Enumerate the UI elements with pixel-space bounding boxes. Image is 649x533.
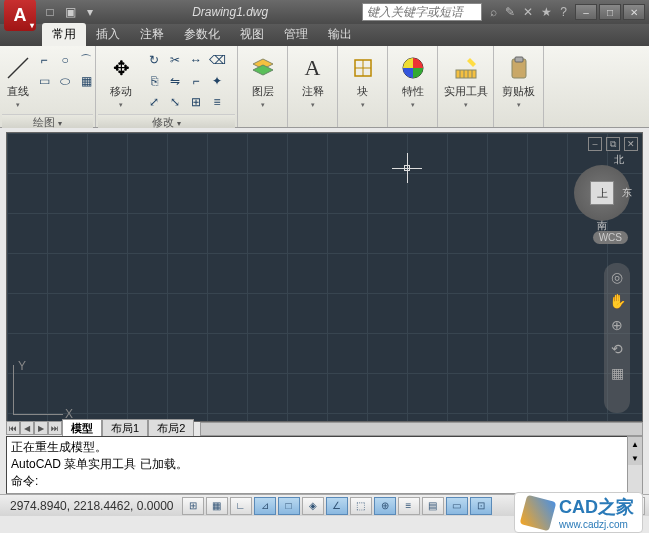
polar-toggle[interactable]: ⊿ bbox=[254, 497, 276, 515]
qat-save-icon[interactable]: ▾ bbox=[82, 4, 98, 20]
svg-rect-3 bbox=[456, 70, 476, 78]
rectangle-icon[interactable]: ▭ bbox=[34, 71, 54, 91]
help-search-input[interactable] bbox=[362, 3, 482, 21]
rotate-icon[interactable]: ↻ bbox=[144, 50, 164, 70]
properties-button[interactable]: 特性 bbox=[392, 50, 433, 112]
fillet-icon[interactable]: ⌐ bbox=[186, 71, 206, 91]
svg-rect-5 bbox=[515, 57, 523, 62]
watermark: CAD之家 www.cadzj.com bbox=[514, 492, 643, 533]
wcs-badge[interactable]: WCS bbox=[593, 231, 628, 244]
zoom-icon[interactable]: ⊕ bbox=[611, 317, 623, 333]
tab-last-icon[interactable]: ⏭ bbox=[48, 421, 62, 435]
trim-icon[interactable]: ✂ bbox=[165, 50, 185, 70]
tab-home[interactable]: 常用 bbox=[42, 23, 86, 46]
cmd-scrollbar[interactable]: ▲ ▼ bbox=[627, 436, 643, 494]
tab-annotate[interactable]: 注释 bbox=[130, 23, 174, 46]
ribbon-tabs: 常用 插入 注释 参数化 视图 管理 输出 bbox=[0, 24, 649, 46]
help-icon[interactable]: ? bbox=[560, 5, 567, 19]
grid bbox=[7, 133, 642, 421]
layers-button[interactable]: 图层 bbox=[242, 50, 283, 112]
ortho-toggle[interactable]: ∟ bbox=[230, 497, 252, 515]
cmd-history-line: AutoCAD 菜单实用工具 已加载。 bbox=[11, 456, 638, 473]
exchange-icon[interactable]: ✕ bbox=[523, 5, 533, 19]
showmotion-icon[interactable]: ▦ bbox=[611, 365, 624, 381]
ellipse-icon[interactable]: ⬭ bbox=[55, 71, 75, 91]
snap-toggle[interactable]: ⊞ bbox=[182, 497, 204, 515]
annotation-button[interactable]: A 注释 bbox=[292, 50, 333, 112]
tab-manage[interactable]: 管理 bbox=[274, 23, 318, 46]
scale-icon[interactable]: ⤡ bbox=[165, 92, 185, 112]
copy-icon[interactable]: ⎘ bbox=[144, 71, 164, 91]
viewcube[interactable]: 北 上 东 南 bbox=[574, 165, 630, 221]
arc-icon[interactable]: ⌒ bbox=[76, 50, 96, 70]
qat-new-icon[interactable]: □ bbox=[42, 4, 58, 20]
stretch-icon[interactable]: ⤢ bbox=[144, 92, 164, 112]
steering-wheel-icon[interactable]: ◎ bbox=[611, 269, 623, 285]
circle-icon[interactable]: ○ bbox=[55, 50, 75, 70]
move-button[interactable]: ✥ 移动 bbox=[100, 50, 142, 112]
vp-minimize-icon[interactable]: – bbox=[588, 137, 602, 151]
tab-parametric[interactable]: 参数化 bbox=[174, 23, 230, 46]
pan-icon[interactable]: ✋ bbox=[609, 293, 626, 309]
layout-tab-1[interactable]: 布局1 bbox=[102, 419, 148, 438]
extend-icon[interactable]: ↔ bbox=[186, 50, 206, 70]
explode-icon[interactable]: ✦ bbox=[207, 71, 227, 91]
orbit-icon[interactable]: ⟲ bbox=[611, 341, 623, 357]
close-button[interactable]: ✕ bbox=[623, 4, 645, 20]
qp-toggle[interactable]: ▭ bbox=[446, 497, 468, 515]
viewcube-top-face[interactable]: 上 bbox=[590, 181, 614, 205]
horizontal-scrollbar[interactable] bbox=[200, 422, 643, 436]
clipboard-button[interactable]: 剪贴板 bbox=[498, 50, 539, 112]
layout-tab-2[interactable]: 布局2 bbox=[148, 419, 194, 438]
key-icon[interactable]: ✎ bbox=[505, 5, 515, 19]
vp-close-icon[interactable]: ✕ bbox=[624, 137, 638, 151]
polyline-icon[interactable]: ⌐ bbox=[34, 50, 54, 70]
layers-icon bbox=[249, 54, 277, 82]
ducs-toggle[interactable]: ⬚ bbox=[350, 497, 372, 515]
tab-next-icon[interactable]: ▶ bbox=[34, 421, 48, 435]
model-viewport[interactable]: – ⧉ ✕ YX 北 上 东 南 WCS ◎ ✋ ⊕ ⟲ ▦ bbox=[6, 132, 643, 422]
utilities-button[interactable]: 实用工具 bbox=[442, 50, 489, 112]
favorite-icon[interactable]: ★ bbox=[541, 5, 552, 19]
tab-prev-icon[interactable]: ◀ bbox=[20, 421, 34, 435]
window-title: Drawing1.dwg bbox=[98, 5, 362, 19]
scroll-down-icon[interactable]: ▼ bbox=[628, 451, 642, 465]
line-button[interactable]: 直线 bbox=[4, 50, 32, 112]
sc-toggle[interactable]: ⊡ bbox=[470, 497, 492, 515]
otrack-toggle[interactable]: ∠ bbox=[326, 497, 348, 515]
tab-insert[interactable]: 插入 bbox=[86, 23, 130, 46]
tab-view[interactable]: 视图 bbox=[230, 23, 274, 46]
drawing-container: – ⧉ ✕ YX 北 上 东 南 WCS ◎ ✋ ⊕ ⟲ ▦ ⏮ ◀ ▶ ⏭ bbox=[0, 128, 649, 436]
qat-open-icon[interactable]: ▣ bbox=[62, 4, 78, 20]
watermark-logo-icon bbox=[520, 494, 557, 531]
grid-toggle[interactable]: ▦ bbox=[206, 497, 228, 515]
dyn-toggle[interactable]: ⊕ bbox=[374, 497, 396, 515]
move-icon: ✥ bbox=[107, 54, 135, 82]
vp-restore-icon[interactable]: ⧉ bbox=[606, 137, 620, 151]
array-icon[interactable]: ⊞ bbox=[186, 92, 206, 112]
offset-icon[interactable]: ≡ bbox=[207, 92, 227, 112]
minimize-button[interactable]: – bbox=[575, 4, 597, 20]
layout-tab-model[interactable]: 模型 bbox=[62, 419, 102, 438]
text-icon: A bbox=[299, 54, 327, 82]
block-button[interactable]: 块 bbox=[342, 50, 383, 112]
osnap-toggle[interactable]: □ bbox=[278, 497, 300, 515]
navigation-bar: ◎ ✋ ⊕ ⟲ ▦ bbox=[604, 263, 630, 413]
properties-icon bbox=[399, 54, 427, 82]
mirror-icon[interactable]: ⇋ bbox=[165, 71, 185, 91]
cmd-prompt: 命令: bbox=[11, 473, 638, 490]
erase-icon[interactable]: ⌫ bbox=[207, 50, 227, 70]
tab-output[interactable]: 输出 bbox=[318, 23, 362, 46]
scroll-up-icon[interactable]: ▲ bbox=[628, 437, 642, 451]
3dosnap-toggle[interactable]: ◈ bbox=[302, 497, 324, 515]
coordinates-readout[interactable]: 2974.8940, 2218.4462, 0.0000 bbox=[4, 499, 180, 513]
tpy-toggle[interactable]: ▤ bbox=[422, 497, 444, 515]
lwt-toggle[interactable]: ≡ bbox=[398, 497, 420, 515]
tab-first-icon[interactable]: ⏮ bbox=[6, 421, 20, 435]
search-icon[interactable]: ⌕ bbox=[490, 5, 497, 19]
command-window[interactable]: 正在重生成模型。 AutoCAD 菜单实用工具 已加载。 命令: bbox=[6, 436, 643, 494]
maximize-button[interactable]: □ bbox=[599, 4, 621, 20]
app-menu-button[interactable]: A bbox=[4, 0, 36, 31]
hatch-icon[interactable]: ▦ bbox=[76, 71, 96, 91]
svg-line-0 bbox=[8, 58, 28, 78]
